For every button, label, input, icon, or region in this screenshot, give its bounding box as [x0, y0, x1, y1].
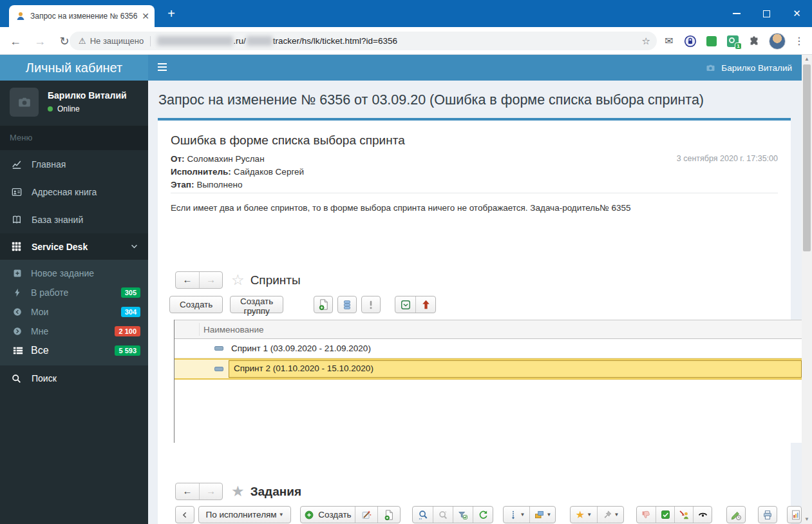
submenu-item-all[interactable]: Все 5 593	[0, 341, 148, 360]
password-lock-extension-icon[interactable]	[684, 35, 697, 48]
group-by-label: По исполнителям	[205, 510, 276, 519]
forward-arrow-button[interactable]: →	[199, 483, 222, 500]
complete-button[interactable]	[656, 507, 674, 523]
forward-arrow-button[interactable]: →	[199, 272, 222, 288]
sidebar-item-knowledge-base[interactable]: База знаний	[0, 206, 148, 233]
pin-dropdown[interactable]: ▼	[597, 507, 623, 523]
favorite-dropdown[interactable]: ★ ▼	[571, 507, 597, 523]
copy-task-button[interactable]	[377, 507, 400, 523]
green-square-extension-icon[interactable]	[705, 35, 718, 48]
cancel-search-button[interactable]	[433, 507, 453, 523]
submenu-item-my[interactable]: Мои 304	[0, 302, 148, 322]
list-settings-button[interactable]	[337, 296, 357, 313]
back-arrow-button[interactable]: ←	[176, 272, 199, 288]
browser-profile-avatar[interactable]	[769, 33, 786, 50]
assignee-value: Сайдаков Сергей	[234, 167, 304, 177]
grouping-dropdown[interactable]: ▼	[529, 507, 555, 523]
browser-forward-button[interactable]: →	[32, 34, 48, 49]
scrollbar-thumb[interactable]	[803, 64, 811, 251]
sidebar-item-label: База знаний	[32, 215, 83, 225]
page-title: Запрос на изменение № 6356 от 03.09.20 (…	[158, 92, 789, 108]
tab-close-icon[interactable]: ✕	[142, 11, 149, 21]
browser-tab[interactable]: Запрос на изменение № 6356 о ✕	[9, 5, 155, 27]
move-up-button[interactable]	[415, 296, 435, 313]
refresh-button[interactable]	[473, 507, 493, 523]
sidebar-item-address-book[interactable]: Адресная книга	[0, 178, 148, 206]
ticket-datetime: 3 сентября 2020 г. 17:35:00	[677, 154, 778, 163]
menu-toggle-icon[interactable]	[158, 63, 167, 71]
submenu-item-label: Все	[31, 345, 49, 356]
from-value: Соломахин Руслан	[187, 154, 265, 164]
sidebar: Личный кабинет Барилко Виталий Online Ме…	[0, 55, 148, 524]
table-row-selected[interactable]: Спринт 2 (01.10.2020 - 15.10.2020)	[175, 358, 802, 380]
extension-with-badge-icon[interactable]: 1	[726, 35, 739, 48]
sidebar-item-label: Главная	[32, 159, 66, 170]
mail-icon[interactable]: ✉	[663, 35, 675, 48]
table-row[interactable]: Спринт 1 (03.09.2020 - 21.09.2020)	[175, 339, 802, 358]
scrollbar-down-arrow[interactable]: ▼	[802, 515, 812, 524]
address-bar[interactable]: ⚠ Не защищено .ru/ tracker/hs/lk/ticket.…	[70, 32, 657, 50]
favorite-star-icon[interactable]: ★	[231, 484, 245, 499]
browser-window: Запрос на изменение № 6356 о ✕ + ✕ ← → ↻…	[0, 0, 812, 524]
app-area: Личный кабинет Барилко Виталий Online Ме…	[0, 55, 812, 524]
configure-list-button[interactable]	[453, 507, 473, 523]
importance-button[interactable]	[361, 296, 381, 313]
app-brand: Личный кабинет	[0, 55, 148, 81]
create-actions-group: Создать	[300, 506, 401, 523]
new-tab-button[interactable]: +	[164, 6, 179, 22]
sprint-name: Спринт 2 (01.10.2020 - 15.10.2020)	[234, 364, 373, 373]
group-by-dropdown[interactable]: По исполнителям ▼	[198, 506, 291, 523]
post-checkbox-button[interactable]	[395, 296, 415, 313]
sprints-table: Наименование Спринт 1 (03.09.2020 - 21.0…	[174, 320, 802, 443]
create-group-button[interactable]: Создать группу	[230, 296, 283, 313]
search-button[interactable]	[413, 507, 433, 523]
window-maximize-button[interactable]	[751, 0, 782, 27]
menu-section-header: Меню	[0, 126, 148, 150]
window-minimize-button[interactable]	[721, 0, 751, 27]
grid-icon	[12, 242, 26, 251]
sidebar-item-home[interactable]: Главная	[0, 150, 148, 178]
create-wizard-button[interactable]	[355, 507, 377, 523]
divider	[171, 193, 778, 193]
user-avatar-placeholder	[10, 88, 39, 117]
bolt-icon	[13, 288, 26, 297]
submenu-item-to-me[interactable]: Мне 2 100	[0, 322, 148, 341]
window-close-button[interactable]: ✕	[782, 0, 812, 27]
assignee-label: Исполнитель:	[171, 167, 231, 177]
page-scrollbar[interactable]: ▲ ▼	[802, 55, 812, 524]
submenu-item-new-task[interactable]: Новое задание	[0, 264, 148, 283]
create-button[interactable]: Создать	[169, 296, 223, 313]
favorites-group: ★ ▼ ▼	[570, 506, 624, 523]
browser-menu-icon[interactable]: ⋮	[794, 35, 804, 47]
user-name: Барилко Виталий	[48, 90, 127, 101]
back-arrow-button[interactable]: ←	[176, 483, 199, 500]
count-badge: 304	[121, 307, 140, 317]
submenu-item-in-progress[interactable]: В работе 305	[0, 283, 148, 302]
create-task-button[interactable]: Создать	[301, 507, 355, 523]
sprints-heading: Спринты	[250, 273, 301, 287]
topbar-user-name: Барилко Виталий	[721, 63, 792, 73]
topbar-user[interactable]: Барилко Виталий	[706, 55, 792, 81]
edit-deadline-button[interactable]	[726, 506, 746, 523]
scrollbar-up-arrow[interactable]: ▲	[802, 55, 812, 64]
submenu-item-label: Мои	[31, 307, 48, 317]
favorite-star-icon[interactable]: ☆	[231, 273, 245, 287]
sidebar-item-label: Поиск	[32, 373, 57, 383]
browser-titlebar: Запрос на изменение № 6356 о ✕ + ✕	[0, 0, 812, 27]
assign-executor-button[interactable]	[674, 507, 693, 523]
print-button[interactable]	[758, 506, 777, 523]
browser-back-button[interactable]: ←	[8, 34, 23, 49]
watch-button[interactable]	[693, 507, 712, 523]
collapse-button[interactable]	[175, 506, 194, 523]
reject-button[interactable]	[637, 507, 656, 523]
sidebar-item-service-desk[interactable]: Service Desk	[0, 233, 148, 260]
extensions-puzzle-icon[interactable]	[748, 35, 760, 48]
window-controls: ✕	[721, 0, 812, 27]
bookmark-star-icon[interactable]: ☆	[642, 35, 650, 47]
report-dropdown[interactable]	[787, 506, 802, 523]
sidebar-item-search[interactable]: Поиск	[0, 365, 148, 391]
copy-document-button[interactable]	[314, 296, 333, 313]
list-icon	[13, 345, 26, 356]
url-path: tracker/hs/lk/ticket.html?id=6356	[273, 36, 397, 46]
sort-order-dropdown[interactable]: ▼	[504, 507, 529, 523]
